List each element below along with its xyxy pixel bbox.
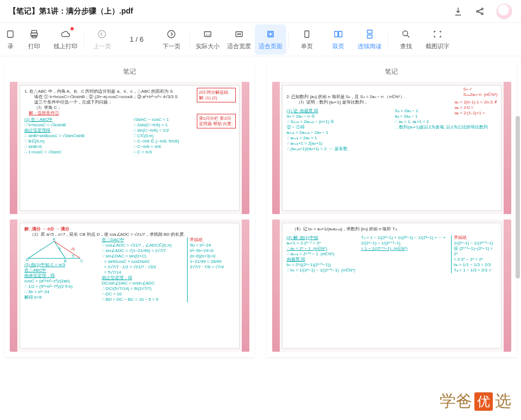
note-frame-2b: （Ⅱ）记 bₙ = aₙ+1/(aₙaₙ₊₁)，求数列 {bₙ} 的前 n 项和… <box>272 219 512 352</box>
print-icon <box>28 28 40 40</box>
separator <box>83 31 84 48</box>
note-content-2b: （Ⅱ）记 bₙ = aₙ+1/(aₙaₙ₊₁)，求数列 {bₙ} 的前 n 项和… <box>282 223 502 348</box>
note-content-1b: 解∴满分 → 0分 → 满分 （2）若 a=5，c=7，延长 CB 到点 D，使… <box>20 223 240 348</box>
fit-page-icon <box>265 28 276 40</box>
toolbar: 录 打印 线上打印 上一页 1 / 6 下一页 1:1 实际大小 适合宽度 适合… <box>0 23 521 56</box>
screenshot-icon <box>432 28 443 40</box>
next-icon <box>165 28 177 40</box>
svg-text:7: 7 <box>59 247 61 251</box>
svg-rect-16 <box>339 31 342 37</box>
svg-rect-13 <box>269 33 272 36</box>
svg-point-0 <box>477 10 478 12</box>
scrollbar[interactable] <box>516 116 520 279</box>
continuous-label: 连续阅读 <box>358 42 382 50</box>
svg-rect-18 <box>368 35 372 38</box>
single-page-label: 单页 <box>301 42 313 50</box>
page-right-column: 笔记 Sₙ ✓ Sₙ₌2aₙ−n (n∈N*) aₙ = 2(n-1)-1 = … <box>262 62 522 420</box>
avatar[interactable] <box>496 3 512 20</box>
prev-page-button[interactable]: 上一页 <box>86 24 118 55</box>
prev-label: 上一页 <box>93 42 111 50</box>
document-title: 【笔记】第1讲：满分步骤（上）.pdf <box>9 7 133 16</box>
titlebar-actions <box>453 3 512 20</box>
print-button[interactable]: 打印 <box>18 24 50 55</box>
download-icon[interactable] <box>453 6 464 17</box>
red-annotation-2: 第1问分栏 第2问 定同题 帮助 向案: <box>197 114 236 128</box>
print-label: 打印 <box>28 42 40 50</box>
separator <box>189 31 190 48</box>
watermark-text-1: 学爸 <box>440 390 472 412</box>
double-page-label: 双页 <box>332 42 344 50</box>
continuous-icon <box>364 28 376 40</box>
record-icon <box>4 28 16 40</box>
note-frame-2a: Sₙ ✓ Sₙ₌2aₙ−n (n∈N*) aₙ = 2(n-1)-1 = 2n-… <box>272 82 512 214</box>
fit-width-button[interactable]: 适合宽度 <box>223 24 255 55</box>
document-viewer[interactable]: 笔记 1. 在△ABC 中，内角 A、B、C 所对的边分别是 a、b、c，△AB… <box>0 56 521 420</box>
page-1: 笔记 1. 在△ABC 中，内角 A、B、C 所对的边分别是 a、b、c，△AB… <box>4 62 255 357</box>
single-page-button[interactable]: 单页 <box>291 24 323 55</box>
fit-page-button[interactable]: 适合页面 <box>255 24 286 55</box>
svg-line-21 <box>54 241 80 259</box>
fit-width-label: 适合宽度 <box>227 42 251 50</box>
svg-point-1 <box>481 8 483 10</box>
watermark-text-2: 选 <box>495 390 511 412</box>
svg-rect-17 <box>368 30 372 34</box>
page-header: 笔记 <box>267 62 517 80</box>
double-page-icon <box>332 28 344 40</box>
cloud-print-icon <box>60 28 72 40</box>
actual-size-button[interactable]: 1:1 实际大小 <box>192 24 223 55</box>
note-content-2a: Sₙ ✓ Sₙ₌2aₙ−n (n∈N*) aₙ = 2(n-1)-1 = 2n-… <box>282 85 502 211</box>
note-frame-1a: 1. 在△ABC 中，内角 A、B、C 所对的边分别是 a、b、c，△ABC 的… <box>10 82 249 214</box>
page-header: 笔记 <box>4 62 255 80</box>
svg-text:A: A <box>53 237 55 241</box>
watermark: 学爸 优 选 <box>440 390 511 412</box>
svg-point-8 <box>168 30 175 38</box>
record-button[interactable]: 录 <box>2 24 18 55</box>
separator <box>388 31 388 48</box>
online-print-button[interactable]: 线上打印 <box>50 24 81 55</box>
actual-size-icon: 1:1 <box>202 28 214 40</box>
svg-text:D: D <box>26 258 29 262</box>
red-annotation-1: 2问 同分解基础 解: (1) (2) <box>197 88 236 102</box>
double-page-button[interactable]: 双页 <box>323 24 354 55</box>
page-2: 笔记 Sₙ ✓ Sₙ₌2aₙ−n (n∈N*) aₙ = 2(n-1)-1 = … <box>267 62 517 357</box>
search-button[interactable]: 查找 <box>390 24 422 55</box>
next-label: 下一页 <box>163 42 181 50</box>
online-print-label: 线上打印 <box>54 42 78 50</box>
triangle-diagram: A D B C √8 7 5 <box>24 237 84 262</box>
svg-point-2 <box>481 13 483 15</box>
svg-text:1:1: 1:1 <box>205 33 210 36</box>
svg-point-7 <box>98 30 106 38</box>
search-label: 查找 <box>400 42 412 50</box>
svg-rect-3 <box>8 31 14 37</box>
svg-text:√8: √8 <box>70 247 75 251</box>
svg-text:C: C <box>80 259 83 262</box>
fit-width-icon <box>233 28 245 40</box>
share-icon[interactable] <box>474 6 485 17</box>
svg-text:5: 5 <box>72 254 74 258</box>
svg-rect-14 <box>305 31 309 37</box>
search-icon <box>400 28 412 40</box>
actual-size-label: 实际大小 <box>196 42 220 50</box>
page-indicator[interactable]: 1 / 6 <box>118 35 156 43</box>
watermark-box: 优 <box>474 392 493 411</box>
record-label: 录 <box>8 42 14 50</box>
screenshot-ocr-button[interactable]: 截图识字 <box>422 24 453 55</box>
note-frame-1b: 解∴满分 → 0分 → 满分 （2）若 a=5，c=7，延长 CB 到点 D，使… <box>10 219 249 352</box>
svg-rect-15 <box>335 31 338 37</box>
single-page-icon <box>301 28 313 40</box>
svg-point-19 <box>403 31 408 36</box>
prev-icon <box>96 28 108 40</box>
continuous-button[interactable]: 连续阅读 <box>354 24 385 55</box>
titlebar: 【笔记】第1讲：满分步骤（上）.pdf <box>0 0 521 23</box>
fit-page-label: 适合页面 <box>259 42 282 50</box>
page-left-column: 笔记 1. 在△ABC 中，内角 A、B、C 所对的边分别是 a、b、c，△AB… <box>0 62 259 420</box>
separator <box>288 31 289 48</box>
note-content-1a: 1. 在△ABC 中，内角 A、B、C 所对的边分别是 a、b、c，△ABC 的… <box>20 85 240 211</box>
svg-rect-6 <box>32 35 36 38</box>
screenshot-ocr-label: 截图识字 <box>426 42 449 50</box>
next-page-button[interactable]: 下一页 <box>156 24 187 55</box>
